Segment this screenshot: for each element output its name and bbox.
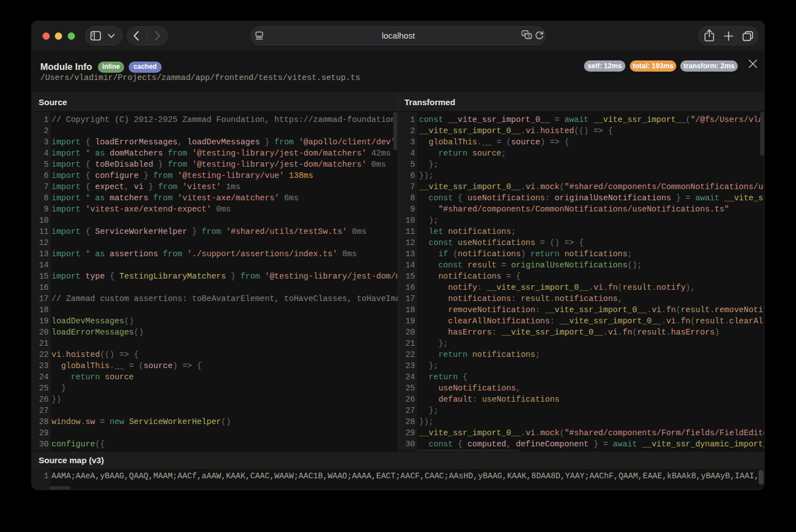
svg-text:文: 文 (527, 34, 531, 38)
svg-text:A: A (523, 31, 526, 36)
